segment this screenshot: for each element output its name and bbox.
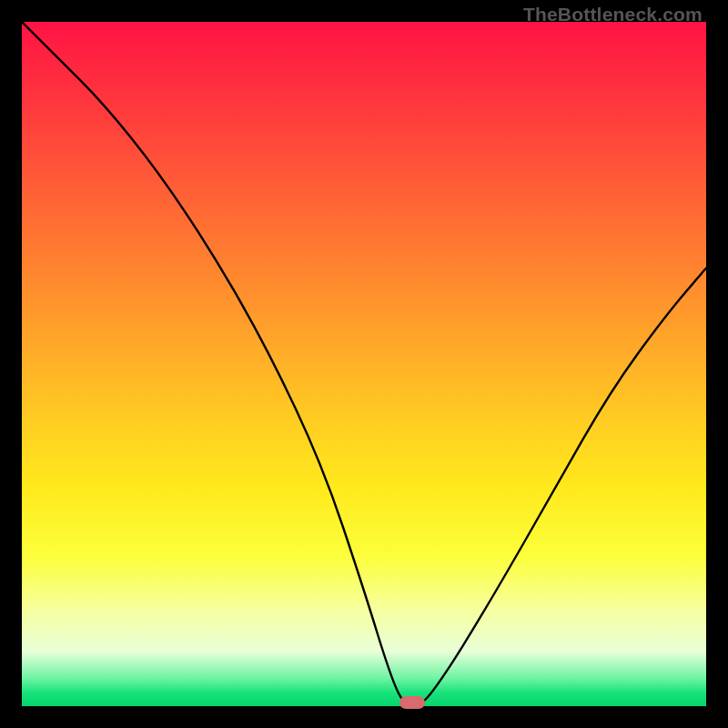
- curve-path: [22, 22, 706, 706]
- chart-plot-area: [22, 22, 706, 706]
- chart-frame: TheBottleneck.com: [0, 0, 728, 728]
- optimum-marker: [399, 696, 425, 709]
- bottleneck-curve: [22, 22, 706, 706]
- watermark-text: TheBottleneck.com: [523, 4, 703, 25]
